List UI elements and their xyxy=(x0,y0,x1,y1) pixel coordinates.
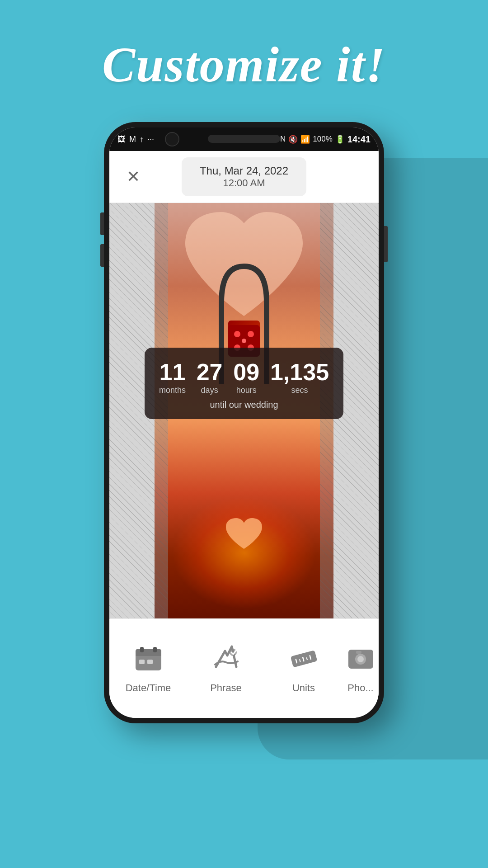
svg-rect-8 xyxy=(136,652,161,656)
tab-datetime-label: Date/Time xyxy=(126,682,171,694)
status-icon-more: ··· xyxy=(147,135,154,144)
status-icon-image: 🖼 xyxy=(117,135,126,144)
status-nfc: N xyxy=(280,135,286,144)
months-label: months xyxy=(159,386,186,395)
app-header: ✕ Thu, Mar 24, 2022 12:00 AM xyxy=(109,151,379,203)
status-bar-left: 🖼 M ↑ ··· xyxy=(117,135,154,144)
countdown-numbers: 11 months 27 days 09 hours 1,135 secs xyxy=(154,360,334,395)
tab-phrase[interactable]: Phrase xyxy=(187,634,265,703)
countdown-widget: 11 months 27 days 09 hours 1,135 secs xyxy=(145,348,343,419)
phone-camera xyxy=(165,132,179,146)
countdown-hours: 09 hours xyxy=(233,360,259,395)
image-area: 11 months 27 days 09 hours 1,135 secs xyxy=(109,203,379,618)
phone-mockup: 🖼 M ↑ ··· N 🔇 📶 100% 🔋 14:41 ✕ Thu, Mar … xyxy=(104,122,384,723)
time-text: 12:00 AM xyxy=(200,177,288,189)
status-wifi: 📶 xyxy=(300,135,310,144)
close-button[interactable]: ✕ xyxy=(122,165,145,188)
phrase-icon xyxy=(210,643,242,675)
countdown-months: 11 months xyxy=(159,360,186,395)
status-battery-icon: 🔋 xyxy=(335,135,345,144)
tab-photo-partial[interactable]: Pho... xyxy=(343,634,379,703)
date-text: Thu, Mar 24, 2022 xyxy=(200,165,288,177)
months-value: 11 xyxy=(159,360,186,384)
tab-units[interactable]: Units xyxy=(265,634,343,703)
phone-speaker xyxy=(208,135,280,143)
heart-small xyxy=(224,517,264,555)
secs-value: 1,135 xyxy=(270,360,329,384)
calendar-icon xyxy=(132,643,164,675)
tab-datetime[interactable]: Date/Time xyxy=(109,634,187,703)
tab-phrase-label: Phrase xyxy=(210,682,242,694)
countdown-days: 27 days xyxy=(197,360,223,395)
countdown-secs: 1,135 secs xyxy=(270,360,329,395)
close-icon: ✕ xyxy=(127,167,140,186)
page-title: Customize it! xyxy=(0,36,488,94)
hours-value: 09 xyxy=(233,360,259,384)
svg-point-22 xyxy=(357,656,364,662)
ruler-icon xyxy=(288,643,319,675)
status-battery-text: 100% xyxy=(313,135,332,144)
svg-rect-23 xyxy=(356,651,361,654)
svg-rect-12 xyxy=(147,660,153,664)
status-icon-mail: M xyxy=(129,135,136,144)
svg-rect-10 xyxy=(153,647,157,652)
bottom-tabs: Date/Time Phrase xyxy=(109,618,379,718)
tab-units-label: Units xyxy=(292,682,315,694)
svg-rect-11 xyxy=(139,660,145,664)
tab-photo-label: Pho... xyxy=(347,682,373,694)
svg-point-2 xyxy=(248,331,254,337)
status-icon-upload: ↑ xyxy=(140,135,144,144)
status-mute: 🔇 xyxy=(288,135,298,144)
svg-rect-14 xyxy=(290,650,317,667)
svg-rect-9 xyxy=(140,647,144,652)
phone-volume-down xyxy=(100,244,104,267)
days-label: days xyxy=(197,386,223,395)
svg-point-5 xyxy=(242,339,246,343)
phone-volume-up xyxy=(100,212,104,235)
phone-power-button xyxy=(384,226,388,262)
date-display[interactable]: Thu, Mar 24, 2022 12:00 AM xyxy=(182,157,306,196)
photo-icon xyxy=(345,643,376,675)
status-time: 14:41 xyxy=(347,134,371,145)
status-bar-right: N 🔇 📶 100% 🔋 14:41 xyxy=(280,134,371,145)
days-value: 27 xyxy=(197,360,223,384)
secs-label: secs xyxy=(270,386,329,395)
svg-point-1 xyxy=(234,331,240,337)
countdown-phrase: until our wedding xyxy=(154,400,334,410)
hours-label: hours xyxy=(233,386,259,395)
phone-screen: 🖼 M ↑ ··· N 🔇 📶 100% 🔋 14:41 ✕ Thu, Mar … xyxy=(109,127,379,718)
